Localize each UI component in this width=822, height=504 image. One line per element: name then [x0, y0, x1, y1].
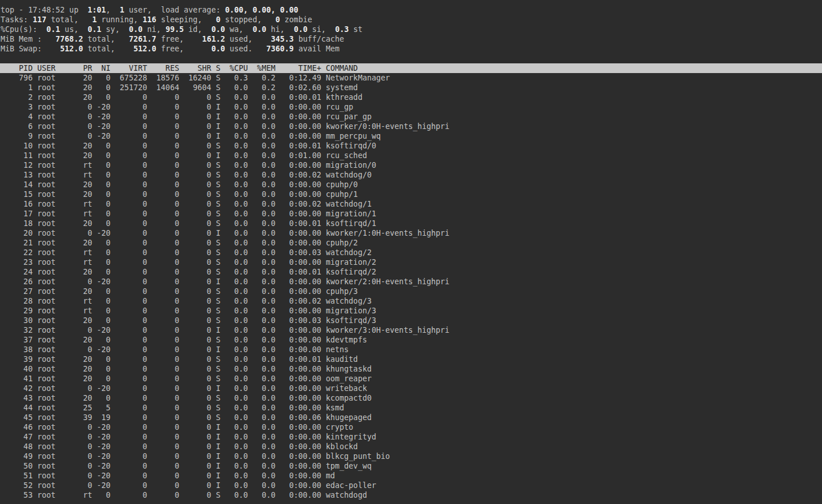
summary-label: sy, — [102, 25, 124, 34]
process-row: 3 root 0 -20 0 0 0 I 0.0 0.0 0:00.00 rcu… — [0, 102, 822, 112]
tasks-line: Tasks: 117 total, 1 running, 116 sleepin… — [0, 15, 822, 25]
summary-label: Tasks: — [1, 15, 33, 24]
process-row: 12 root rt 0 0 0 0 S 0.0 0.0 0:00.00 mig… — [0, 160, 822, 170]
process-row: 17 root rt 0 0 0 0 S 0.0 0.0 0:00.00 mig… — [0, 209, 822, 219]
summary-label: avail Mem — [294, 45, 340, 53]
summary-value: 7261.7 — [120, 35, 156, 43]
process-row: 4 root 0 -20 0 0 0 I 0.0 0.0 0:00.00 rcu… — [0, 112, 822, 122]
process-row: 51 root 0 -20 0 0 0 I 0.0 0.0 0:00.00 md — [0, 471, 822, 481]
process-row: 26 root 0 -20 0 0 0 I 0.0 0.0 0:00.00 kw… — [0, 277, 822, 287]
process-row: 11 root 20 0 0 0 0 I 0.0 0.0 0:01.00 rcu… — [0, 151, 822, 160]
process-row: 52 root 0 -20 0 0 0 I 0.0 0.0 0:00.00 ed… — [0, 481, 822, 490]
terminal-screen[interactable]: top - 17:48:52 up 1:01, 1 user, load ave… — [0, 0, 822, 504]
summary-value: 0.1 — [83, 25, 101, 34]
process-row: 44 root 25 5 0 0 0 S 0.0 0.0 0:00.00 ksm… — [0, 403, 822, 413]
summary-label: buff/cache — [294, 35, 344, 43]
process-row: 38 root 0 -20 0 0 0 I 0.0 0.0 0:00.00 ne… — [0, 345, 822, 354]
summary-value: 1 — [115, 6, 124, 14]
process-row: 43 root 20 0 0 0 0 S 0.0 0.0 0:00.00 kco… — [0, 393, 822, 403]
summary-value: 0.3 — [331, 25, 349, 34]
process-row: 16 root rt 0 0 0 0 S 0.0 0.0 0:00.02 wat… — [0, 199, 822, 209]
summary-value: 1 — [83, 15, 96, 24]
summary-value: 0.00, 0.00, 0.00 — [225, 6, 298, 14]
process-table-body: 796 root 20 0 675228 18576 16240 S 0.3 0… — [0, 73, 822, 500]
process-row: 28 root rt 0 0 0 0 S 0.0 0.0 0:00.02 wat… — [0, 296, 822, 306]
summary-label: stopped, — [220, 15, 266, 24]
uptime-line: top - 17:48:52 up 1:01, 1 user, load ave… — [0, 5, 822, 15]
process-row: 23 root rt 0 0 0 0 S 0.0 0.0 0:00.00 mig… — [0, 257, 822, 267]
summary-label: used, — [225, 35, 257, 43]
summary-value: 1:01 — [83, 6, 106, 14]
summary-label: free, — [156, 45, 188, 53]
process-row: 6 root 0 -20 0 0 0 I 0.0 0.0 0:00.00 kwo… — [0, 122, 822, 131]
summary-value: 161.2 — [188, 35, 225, 43]
process-row: 13 root rt 0 0 0 0 S 0.0 0.0 0:00.02 wat… — [0, 170, 822, 180]
summary-label: total, — [46, 15, 83, 24]
summary-value: 0.1 — [42, 25, 60, 34]
summary-label: top - 17:48:52 up — [1, 6, 83, 14]
process-row: 32 root 0 -20 0 0 0 I 0.0 0.0 0:00.00 kw… — [0, 325, 822, 335]
process-row: 30 root 20 0 0 0 0 S 0.0 0.0 0:00.03 kso… — [0, 316, 822, 325]
summary-value: 0.0 — [124, 25, 143, 34]
process-row: 22 root rt 0 0 0 0 S 0.0 0.0 0:00.03 wat… — [0, 248, 822, 257]
summary-label: running, — [97, 15, 143, 24]
summary-value: 0.0 — [248, 25, 266, 34]
summary-label: free, — [156, 35, 188, 43]
summary-label: MiB Mem : — [1, 35, 46, 43]
process-row: 1 root 20 0 251720 14064 9604 S 0.0 0.2 … — [0, 83, 822, 92]
process-row: 41 root 20 0 0 0 0 S 0.0 0.0 0:00.00 oom… — [0, 374, 822, 384]
blank-line — [0, 54, 822, 63]
summary-label: total, — [83, 35, 119, 43]
summary-label: user, load average: — [124, 6, 225, 14]
summary-value: 512.0 — [120, 45, 156, 53]
summary-label: wa, — [225, 25, 248, 34]
summary-value: 7768.2 — [46, 35, 83, 43]
process-row: 47 root 0 -20 0 0 0 I 0.0 0.0 0:00.00 ki… — [0, 432, 822, 442]
process-row: 10 root 20 0 0 0 0 S 0.0 0.0 0:00.01 kso… — [0, 141, 822, 151]
process-row: 39 root 20 0 0 0 0 S 0.0 0.0 0:00.01 kau… — [0, 354, 822, 364]
process-row: 40 root 20 0 0 0 0 S 0.0 0.0 0:00.00 khu… — [0, 364, 822, 374]
summary-label: , — [106, 6, 115, 14]
summary-label: ni, — [143, 25, 166, 34]
process-table-header: PID USER PR NI VIRT RES SHR S %CPU %MEM … — [0, 63, 822, 73]
summary-value: 0.0 — [188, 45, 225, 53]
summary-value: 0 — [266, 15, 280, 24]
process-row: 14 root 20 0 0 0 0 S 0.0 0.0 0:00.00 cpu… — [0, 180, 822, 189]
summary-label: si, — [308, 25, 331, 34]
process-row: 53 root rt 0 0 0 0 S 0.0 0.0 0:00.00 wat… — [0, 490, 822, 500]
summary-value: 0 — [207, 15, 220, 24]
summary-label: id, — [184, 25, 207, 34]
process-row: 15 root 20 0 0 0 0 S 0.0 0.0 0:00.00 cpu… — [0, 189, 822, 199]
summary-label: sleeping, — [156, 15, 207, 24]
summary-label: used. — [225, 45, 257, 53]
swap-line: MiB Swap: 512.0 total, 512.0 free, 0.0 u… — [0, 44, 822, 54]
summary-value: 345.3 — [257, 35, 293, 43]
process-row: 9 root 0 -20 0 0 0 I 0.0 0.0 0:00.00 mm_… — [0, 131, 822, 141]
summary-label: us, — [60, 25, 83, 34]
process-row: 50 root 0 -20 0 0 0 I 0.0 0.0 0:00.00 tp… — [0, 461, 822, 471]
summary-value: 0.0 — [207, 25, 225, 34]
summary-value: 0.0 — [289, 25, 308, 34]
summary-value: 117 — [33, 15, 46, 24]
process-row: 27 root 20 0 0 0 0 S 0.0 0.0 0:00.00 cpu… — [0, 287, 822, 296]
process-row: 2 root 20 0 0 0 0 S 0.0 0.0 0:00.01 kthr… — [0, 92, 822, 102]
process-row: 796 root 20 0 675228 18576 16240 S 0.3 0… — [0, 73, 822, 83]
summary-label: zombie — [280, 15, 312, 24]
summary-label: MiB Swap: — [1, 45, 46, 53]
process-row: 20 root 0 -20 0 0 0 I 0.0 0.0 0:00.00 kw… — [0, 228, 822, 238]
summary-label: total, — [83, 45, 119, 53]
summary-label: %Cpu(s): — [1, 25, 42, 34]
summary-value: 7360.9 — [257, 45, 293, 53]
process-row: 49 root 0 -20 0 0 0 I 0.0 0.0 0:00.00 bl… — [0, 451, 822, 461]
summary-label: hi, — [267, 25, 289, 34]
process-row: 48 root 0 -20 0 0 0 I 0.0 0.0 0:00.00 kb… — [0, 442, 822, 451]
process-row: 21 root 20 0 0 0 0 S 0.0 0.0 0:00.00 cpu… — [0, 238, 822, 248]
summary-value: 116 — [143, 15, 156, 24]
process-row: 29 root rt 0 0 0 0 S 0.0 0.0 0:00.00 mig… — [0, 306, 822, 316]
top-summary: top - 17:48:52 up 1:01, 1 user, load ave… — [0, 5, 822, 54]
summary-label: st — [349, 25, 362, 34]
process-row: 37 root 20 0 0 0 0 S 0.0 0.0 0:00.00 kde… — [0, 335, 822, 345]
process-row: 24 root 20 0 0 0 0 S 0.0 0.0 0:00.01 kso… — [0, 267, 822, 277]
summary-value: 99.5 — [166, 25, 184, 34]
process-row: 45 root 39 19 0 0 0 S 0.0 0.0 0:00.06 kh… — [0, 413, 822, 422]
